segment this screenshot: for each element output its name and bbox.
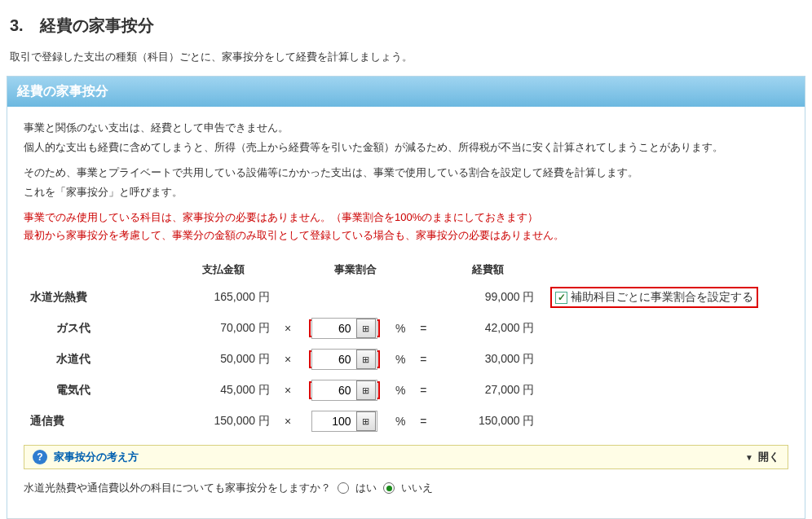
highlight-box: ✓ 補助科目ごとに事業割合を設定する bbox=[550, 287, 758, 308]
desc-line: 事業と関係のない支出は、経費として申告できません。 bbox=[24, 120, 788, 136]
expense-table: 支払金額 事業割合 経費額 水道光熱費 165,000 円 bbox=[24, 257, 788, 437]
panel: 経費の家事按分 事業と関係のない支出は、経費として申告できません。 個人的な支出… bbox=[7, 76, 805, 519]
multiply-symbol: × bbox=[276, 313, 299, 344]
row-amount: 150,000 円 bbox=[170, 406, 276, 437]
radio-yes[interactable] bbox=[338, 482, 349, 494]
checkbox-label: 補助科目ごとに事業割合を設定する bbox=[571, 290, 753, 305]
multiply-symbol: × bbox=[276, 375, 299, 406]
percent-symbol: % bbox=[389, 375, 412, 406]
calculator-button[interactable]: ⊞ bbox=[356, 350, 376, 369]
help-icon: ? bbox=[33, 450, 47, 464]
row-label: 通信費 bbox=[24, 406, 170, 437]
row-expense: 99,000 円 bbox=[435, 282, 541, 313]
radio-yes-label: はい bbox=[355, 481, 377, 495]
calculator-button[interactable]: ⊞ bbox=[356, 319, 376, 338]
header-amount: 支払金額 bbox=[170, 257, 276, 282]
desc-line: これを「家事按分」と呼びます。 bbox=[24, 184, 788, 200]
row-expense: 30,000 円 bbox=[435, 344, 541, 375]
table-row-comm: 通信費 150,000 円 × ⊞ % = 150,000 円 bbox=[24, 406, 788, 437]
table-row-utilities: 水道光熱費 165,000 円 99,000 円 ✓ 補助科目ごとに事業割合を設… bbox=[24, 282, 788, 313]
highlight-box: ⊞ bbox=[309, 381, 380, 399]
accordion-help[interactable]: ? 家事按分の考え方 ▼ 開く bbox=[24, 445, 788, 469]
equals-symbol: = bbox=[412, 313, 435, 344]
row-label: 水道光熱費 bbox=[24, 282, 170, 313]
equals-symbol: = bbox=[412, 375, 435, 406]
calculator-icon: ⊞ bbox=[362, 355, 369, 364]
calculator-button[interactable]: ⊞ bbox=[356, 411, 376, 431]
row-expense: 27,000 円 bbox=[435, 375, 541, 406]
row-expense: 150,000 円 bbox=[435, 406, 541, 437]
table-row-elec: 電気代 45,000 円 × ⊞ % = bbox=[24, 375, 788, 406]
equals-symbol: = bbox=[412, 406, 435, 437]
table-row-water: 水道代 50,000 円 × ⊞ % = bbox=[24, 344, 788, 375]
highlight-box: ⊞ bbox=[309, 350, 380, 368]
ratio-input-water[interactable] bbox=[312, 350, 356, 368]
desc-line: 個人的な支出も経費に含めてしまうと、所得（売上から経費等を引いた金額）が減るため… bbox=[24, 139, 788, 156]
sub-account-checkbox[interactable]: ✓ 補助科目ごとに事業割合を設定する bbox=[555, 290, 753, 305]
row-amount: 70,000 円 bbox=[170, 313, 276, 344]
chevron-down-icon: ▼ bbox=[745, 453, 753, 462]
row-label: 水道代 bbox=[24, 344, 170, 375]
calculator-icon: ⊞ bbox=[362, 324, 369, 333]
desc-line: そのため、事業とプライベートで共用している設備等にかかった支出は、事業で使用して… bbox=[24, 165, 788, 181]
row-amount: 45,000 円 bbox=[170, 375, 276, 406]
calculator-button[interactable]: ⊞ bbox=[356, 380, 376, 400]
equals-symbol: = bbox=[412, 344, 435, 375]
panel-header: 経費の家事按分 bbox=[7, 77, 805, 107]
page-title: 3. 経費の家事按分 bbox=[10, 15, 805, 37]
page-subtitle: 取引で登録した支出の種類（科目）ごとに、家事按分をして経費を計算しましょう。 bbox=[10, 50, 805, 64]
row-expense: 42,000 円 bbox=[435, 313, 541, 344]
calculator-icon: ⊞ bbox=[362, 386, 369, 395]
checkbox-checked-icon: ✓ bbox=[555, 292, 567, 304]
table-row-gas: ガス代 70,000 円 × ⊞ % = bbox=[24, 313, 788, 344]
radio-no[interactable] bbox=[383, 482, 395, 494]
multiply-symbol: × bbox=[276, 406, 299, 437]
additional-question: 水道光熱費や通信費以外の科目についても家事按分をしますか？ はい いいえ bbox=[24, 481, 788, 495]
ratio-input-gas[interactable] bbox=[312, 319, 356, 337]
radio-no-label: いいえ bbox=[401, 481, 433, 495]
table-header-row: 支払金額 事業割合 経費額 bbox=[24, 257, 788, 282]
multiply-symbol: × bbox=[276, 344, 299, 375]
desc-red-line: 最初から家事按分を考慮して、事業分の金額のみ取引として登録している場合も、家事按… bbox=[24, 227, 788, 244]
calculator-icon: ⊞ bbox=[362, 417, 369, 426]
percent-symbol: % bbox=[389, 406, 412, 437]
row-label: 電気代 bbox=[24, 375, 170, 406]
accordion-open-label: 開く bbox=[758, 450, 779, 464]
highlight-box: ⊞ bbox=[309, 319, 380, 337]
ratio-input-comm[interactable] bbox=[312, 412, 356, 430]
accordion-title: 家事按分の考え方 bbox=[54, 450, 139, 464]
percent-symbol: % bbox=[389, 344, 412, 375]
description-block: 事業と関係のない支出は、経費として申告できません。 個人的な支出も経費に含めてし… bbox=[24, 120, 788, 155]
percent-symbol: % bbox=[389, 313, 412, 344]
ratio-input-elec[interactable] bbox=[312, 381, 356, 399]
question-text: 水道光熱費や通信費以外の科目についても家事按分をしますか？ bbox=[24, 481, 331, 495]
row-label: ガス代 bbox=[24, 313, 170, 344]
row-amount: 165,000 円 bbox=[170, 282, 276, 313]
header-ratio: 事業割合 bbox=[299, 257, 412, 282]
description-block: そのため、事業とプライベートで共用している設備等にかかった支出は、事業で使用して… bbox=[24, 165, 788, 200]
row-amount: 50,000 円 bbox=[170, 344, 276, 375]
desc-red-line: 事業でのみ使用している科目は、家事按分の必要はありません。（事業割合を100%の… bbox=[24, 209, 788, 226]
description-warning: 事業でのみ使用している科目は、家事按分の必要はありません。（事業割合を100%の… bbox=[24, 209, 788, 243]
header-expense: 経費額 bbox=[435, 257, 541, 282]
